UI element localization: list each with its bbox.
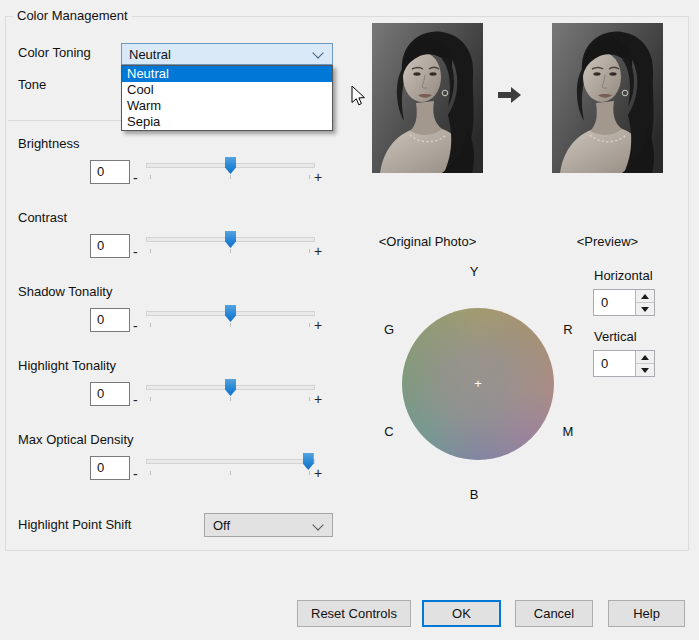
color-toning-label: Color Toning bbox=[18, 45, 91, 60]
minus-label: - bbox=[133, 392, 138, 408]
color-toning-dropdown-list: Neutral Cool Warm Sepia bbox=[121, 65, 333, 131]
highlight-point-shift-value: Off bbox=[213, 518, 230, 533]
highlight-tonality-label: Highlight Tonality bbox=[18, 358, 116, 373]
max-optical-density-slider-track[interactable] bbox=[146, 459, 315, 464]
tick-mark bbox=[150, 471, 151, 475]
brightness-label: Brightness bbox=[18, 136, 79, 151]
slider-row-max-optical-density: Max Optical Density 0 - + bbox=[0, 432, 345, 492]
tick-mark bbox=[150, 175, 151, 179]
slider-row-brightness: Brightness 0 - + bbox=[0, 136, 345, 196]
minus-label: - bbox=[133, 466, 138, 482]
plus-label: + bbox=[314, 243, 322, 259]
vertical-label: Vertical bbox=[594, 329, 637, 344]
spin-up-icon bbox=[641, 355, 649, 360]
horizontal-spinner: 0 bbox=[593, 289, 655, 316]
wheel-label-g: G bbox=[382, 322, 396, 337]
spin-down-button[interactable] bbox=[636, 364, 654, 376]
wheel-label-y: Y bbox=[467, 264, 481, 279]
chevron-down-icon bbox=[312, 519, 323, 530]
plus-label: + bbox=[314, 169, 322, 185]
minus-label: - bbox=[133, 244, 138, 260]
max-optical-density-value-input[interactable]: 0 bbox=[90, 456, 130, 480]
original-photo bbox=[372, 23, 483, 173]
shadow-tonality-slider-thumb[interactable] bbox=[225, 305, 236, 322]
color-tone-wheel[interactable]: + bbox=[402, 308, 554, 460]
color-toning-combobox[interactable]: Neutral bbox=[121, 43, 333, 65]
dropdown-option-cool[interactable]: Cool bbox=[122, 82, 332, 98]
brightness-value-input[interactable]: 0 bbox=[90, 160, 130, 184]
horizontal-value[interactable]: 0 bbox=[601, 294, 608, 311]
ok-button[interactable]: OK bbox=[422, 600, 501, 627]
tick-mark bbox=[309, 323, 310, 327]
dropdown-option-warm[interactable]: Warm bbox=[122, 98, 332, 114]
reset-controls-button[interactable]: Reset Controls bbox=[297, 600, 411, 627]
contrast-slider-thumb[interactable] bbox=[225, 231, 236, 248]
contrast-label: Contrast bbox=[18, 210, 67, 225]
arrow-right-icon bbox=[497, 85, 523, 105]
spin-down-icon bbox=[641, 368, 649, 373]
vertical-value[interactable]: 0 bbox=[601, 355, 608, 372]
shadow-tonality-label: Shadow Tonality bbox=[18, 284, 112, 299]
max-optical-density-label: Max Optical Density bbox=[18, 432, 134, 447]
plus-label: + bbox=[314, 317, 322, 333]
tick-mark bbox=[150, 397, 151, 401]
mouse-cursor-icon bbox=[351, 85, 366, 106]
tick-mark bbox=[309, 249, 310, 253]
highlight-point-shift-label: Highlight Point Shift bbox=[18, 517, 131, 532]
plus-label: + bbox=[314, 465, 322, 481]
tick-mark bbox=[230, 249, 231, 253]
tick-mark bbox=[309, 397, 310, 401]
horizontal-label: Horizontal bbox=[594, 268, 653, 283]
max-optical-density-slider-thumb[interactable] bbox=[303, 453, 314, 470]
dropdown-option-sepia[interactable]: Sepia bbox=[122, 114, 332, 130]
slider-row-highlight-tonality: Highlight Tonality 0 - + bbox=[0, 358, 345, 418]
spin-up-icon bbox=[641, 294, 649, 299]
preview-caption: <Preview> bbox=[552, 234, 663, 249]
wheel-label-r: R bbox=[561, 322, 575, 337]
brightness-slider-thumb[interactable] bbox=[225, 157, 236, 174]
tick-mark bbox=[309, 471, 310, 475]
highlight-tonality-slider-thumb[interactable] bbox=[225, 379, 236, 396]
group-title: Color Management bbox=[13, 8, 132, 24]
tick-mark bbox=[230, 175, 231, 179]
spin-up-button[interactable] bbox=[636, 351, 654, 364]
tick-mark bbox=[150, 249, 151, 253]
tick-mark bbox=[150, 323, 151, 327]
highlight-point-shift-combobox[interactable]: Off bbox=[204, 513, 333, 537]
spin-buttons bbox=[635, 351, 654, 376]
cancel-button[interactable]: Cancel bbox=[515, 600, 593, 627]
color-toning-value: Neutral bbox=[129, 47, 171, 62]
chevron-down-icon bbox=[312, 47, 323, 58]
tone-label: Tone bbox=[18, 77, 46, 92]
slider-row-contrast: Contrast 0 - + bbox=[0, 210, 345, 270]
wheel-label-m: M bbox=[561, 424, 575, 439]
wheel-label-c: C bbox=[382, 424, 396, 439]
spin-down-button[interactable] bbox=[636, 303, 654, 315]
vertical-spinner: 0 bbox=[593, 350, 655, 377]
preview-photo bbox=[552, 23, 663, 173]
tick-mark bbox=[230, 323, 231, 327]
contrast-value-input[interactable]: 0 bbox=[90, 234, 130, 258]
plus-label: + bbox=[314, 391, 322, 407]
tick-mark bbox=[309, 175, 310, 179]
slider-row-shadow-tonality: Shadow Tonality 0 - + bbox=[0, 284, 345, 344]
tick-mark bbox=[230, 397, 231, 401]
color-management-dialog: Color Management Color Toning Neutral Ne… bbox=[0, 0, 699, 640]
minus-label: - bbox=[133, 170, 138, 186]
spin-up-button[interactable] bbox=[636, 290, 654, 303]
wheel-center-marker: + bbox=[474, 377, 482, 390]
original-photo-caption: <Original Photo> bbox=[372, 234, 483, 249]
wheel-label-b: B bbox=[467, 487, 481, 502]
dropdown-option-neutral[interactable]: Neutral bbox=[122, 66, 332, 82]
shadow-tonality-value-input[interactable]: 0 bbox=[90, 308, 130, 332]
tick-mark bbox=[230, 471, 231, 475]
help-button[interactable]: Help bbox=[608, 600, 685, 627]
spin-buttons bbox=[635, 290, 654, 315]
highlight-tonality-value-input[interactable]: 0 bbox=[90, 382, 130, 406]
minus-label: - bbox=[133, 318, 138, 334]
spin-down-icon bbox=[641, 307, 649, 312]
